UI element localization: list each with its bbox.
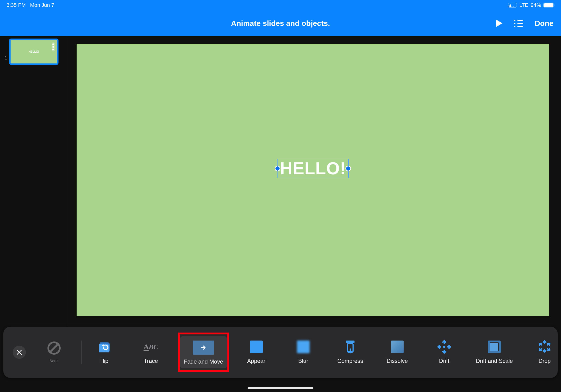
animation-option-appear[interactable]: Appear xyxy=(241,340,271,364)
play-button[interactable] xyxy=(496,20,503,27)
animation-picker-panel: None Flip ABC Trace xyxy=(3,327,558,378)
toolbar-title: Animate slides and objects. xyxy=(0,19,561,28)
animation-option-blur[interactable]: Blur xyxy=(288,340,319,364)
animation-indicator-icon xyxy=(52,42,55,52)
animation-label: Drift and Scale xyxy=(476,358,513,364)
drift-and-scale-icon xyxy=(487,340,501,353)
status-battery-percent: 94% xyxy=(531,2,541,8)
animation-option-none[interactable]: None xyxy=(40,341,68,363)
sidebar-divider xyxy=(66,36,66,336)
animation-option-fade-and-move[interactable]: Fade and Move xyxy=(180,336,227,368)
panel-divider xyxy=(81,340,82,364)
slide-navigator: 1 HELLO! xyxy=(0,36,66,336)
animation-option-dissolve[interactable]: Dissolve xyxy=(382,340,412,364)
slide-text-content: HELLO! xyxy=(280,159,346,178)
animation-option-trace[interactable]: ABC Trace xyxy=(136,340,166,364)
animation-label: Appear xyxy=(247,358,265,364)
compress-icon xyxy=(344,340,357,353)
slide-thumbnail-row[interactable]: 1 HELLO! xyxy=(0,36,66,65)
animation-option-flip[interactable]: Flip xyxy=(88,340,119,364)
dissolve-icon xyxy=(390,340,404,353)
animation-label: Trace xyxy=(144,358,158,364)
animation-label: Compress xyxy=(337,358,363,364)
animation-label: None xyxy=(50,359,58,363)
fade-and-move-icon xyxy=(193,340,214,355)
status-bar: 3:35 PM Mon Jun 7 LTE 94% xyxy=(0,0,561,10)
animation-options-strip[interactable]: Flip ABC Trace Fade and Move Appear Blur xyxy=(88,336,558,368)
build-order-button[interactable] xyxy=(514,20,523,27)
none-icon xyxy=(47,341,61,355)
animation-option-drift-and-scale[interactable]: Drift and Scale xyxy=(476,340,513,364)
trace-icon: ABC xyxy=(144,340,158,353)
done-button[interactable]: Done xyxy=(535,19,553,28)
animation-label: Drop xyxy=(539,358,551,364)
slide-canvas[interactable]: HELLO! xyxy=(76,44,549,316)
toolbar: Animate slides and objects. Done xyxy=(0,10,561,36)
status-time: 3:35 PM xyxy=(7,2,26,8)
animation-label: Fade and Move xyxy=(184,358,223,365)
animation-option-drift[interactable]: Drift xyxy=(429,340,460,364)
slide-thumbnail[interactable]: HELLO! xyxy=(9,39,58,65)
animation-label: Drift xyxy=(439,358,449,364)
animation-option-compress[interactable]: Compress xyxy=(335,340,366,364)
thumbnail-preview-text: HELLO! xyxy=(29,50,39,53)
svg-point-2 xyxy=(443,346,445,348)
status-network: LTE xyxy=(519,2,528,8)
animation-option-drop[interactable]: Drop xyxy=(529,340,558,364)
signal-icon xyxy=(508,3,517,8)
blur-icon xyxy=(296,340,310,353)
drop-icon xyxy=(538,340,551,353)
selection-handle-left[interactable] xyxy=(275,166,280,171)
svg-rect-0 xyxy=(346,340,355,343)
status-date: Mon Jun 7 xyxy=(30,2,54,8)
selected-text-object[interactable]: HELLO! xyxy=(277,159,349,178)
battery-icon xyxy=(543,3,554,8)
slide-background xyxy=(76,44,549,316)
drift-icon xyxy=(437,340,451,353)
animation-label: Flip xyxy=(99,358,108,364)
flip-icon xyxy=(97,340,111,353)
animation-label: Dissolve xyxy=(387,358,408,364)
animation-label: Blur xyxy=(298,358,308,364)
selection-handle-right[interactable] xyxy=(345,166,351,171)
slide-number: 1 xyxy=(5,55,7,61)
appear-icon xyxy=(249,340,263,353)
home-indicator[interactable] xyxy=(248,387,313,389)
close-button[interactable] xyxy=(13,346,26,359)
